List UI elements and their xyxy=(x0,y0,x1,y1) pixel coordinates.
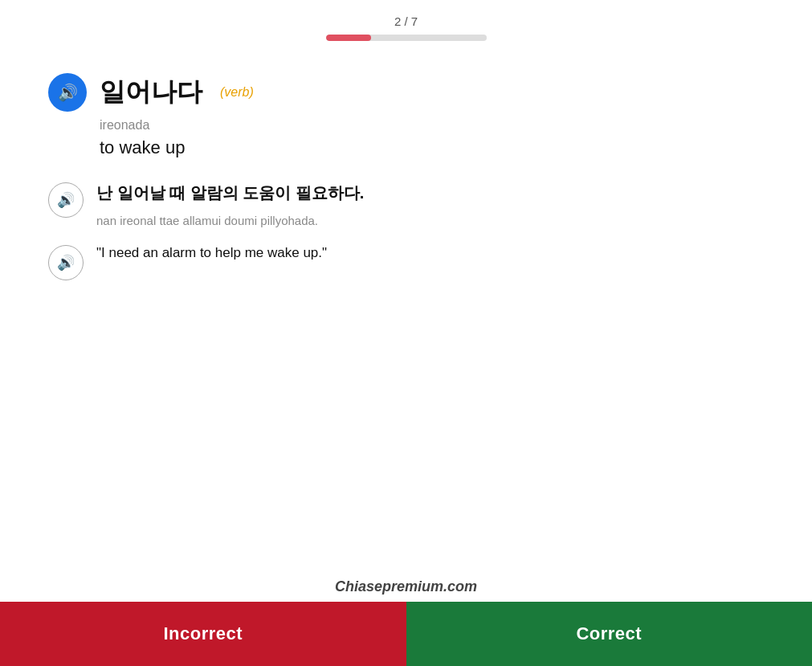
bottom-buttons: Incorrect Correct xyxy=(0,602,812,666)
top-bar: 2 / 7 xyxy=(0,0,812,41)
speaker-outline-icon-1: 🔊 xyxy=(57,191,75,209)
sentence-row-1: 🔊 난 일어날 때 알람의 도움이 필요하다. nan ireonal ttae… xyxy=(48,182,764,227)
sentence-korean: 난 일어날 때 알람의 도움이 필요하다. xyxy=(96,182,364,204)
word-audio-button[interactable]: 🔊 xyxy=(48,73,87,112)
correct-button[interactable]: Correct xyxy=(406,602,813,666)
sentence-romanization: nan ireonal ttae allamui doumi pillyohad… xyxy=(96,214,364,227)
sentence-translation: "I need an alarm to help me wake up." xyxy=(96,245,327,261)
speaker-outline-icon-2: 🔊 xyxy=(57,254,75,272)
watermark: Chiasepremium.com xyxy=(335,578,477,595)
word-row: 🔊 일어나다 (verb) xyxy=(48,73,764,112)
word-romanization: ireonada xyxy=(100,118,764,133)
sentence-row-2: 🔊 "I need an alarm to help me wake up." xyxy=(48,245,764,280)
word-translation: to wake up xyxy=(100,137,764,158)
word-type: (verb) xyxy=(220,85,254,100)
sentence-audio-button-2[interactable]: 🔊 xyxy=(48,245,84,280)
progress-label: 2 / 7 xyxy=(394,14,418,28)
speaker-filled-icon: 🔊 xyxy=(58,83,78,102)
incorrect-button[interactable]: Incorrect xyxy=(0,602,406,666)
progress-bar-container xyxy=(326,35,487,41)
sentence-translation-block: "I need an alarm to help me wake up." xyxy=(96,245,327,261)
progress-bar-fill xyxy=(326,35,371,41)
sentence-audio-button-1[interactable]: 🔊 xyxy=(48,182,84,218)
main-content: 🔊 일어나다 (verb) ireonada to wake up 🔊 난 일어… xyxy=(0,41,812,394)
sentence-text-block-1: 난 일어날 때 알람의 도움이 필요하다. nan ireonal ttae a… xyxy=(96,182,364,227)
word-korean: 일어나다 xyxy=(100,75,202,110)
